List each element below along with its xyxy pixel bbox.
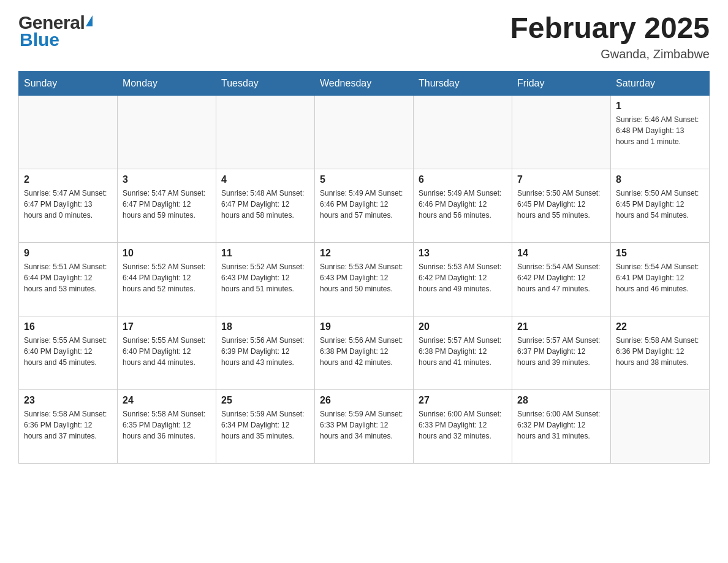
calendar-cell: 25Sunrise: 5:59 AM Sunset: 6:34 PM Dayli… — [216, 389, 315, 463]
day-number: 27 — [419, 395, 507, 406]
calendar-week-row: 23Sunrise: 5:58 AM Sunset: 6:36 PM Dayli… — [19, 389, 710, 463]
day-info: Sunrise: 5:56 AM Sunset: 6:38 PM Dayligh… — [320, 335, 408, 368]
calendar-cell: 1Sunrise: 5:46 AM Sunset: 6:48 PM Daylig… — [611, 95, 710, 169]
day-number: 25 — [221, 395, 309, 406]
day-number: 16 — [24, 321, 112, 332]
calendar-week-row: 9Sunrise: 5:51 AM Sunset: 6:44 PM Daylig… — [19, 242, 710, 316]
calendar-cell: 24Sunrise: 5:58 AM Sunset: 6:35 PM Dayli… — [118, 389, 216, 463]
calendar-cell: 3Sunrise: 5:47 AM Sunset: 6:47 PM Daylig… — [118, 169, 216, 242]
day-info: Sunrise: 5:58 AM Sunset: 6:36 PM Dayligh… — [616, 335, 704, 368]
calendar-cell: 9Sunrise: 5:51 AM Sunset: 6:44 PM Daylig… — [19, 242, 118, 316]
calendar-cell: 22Sunrise: 5:58 AM Sunset: 6:36 PM Dayli… — [611, 316, 710, 389]
day-info: Sunrise: 5:46 AM Sunset: 6:48 PM Dayligh… — [616, 114, 704, 147]
calendar-cell: 2Sunrise: 5:47 AM Sunset: 6:47 PM Daylig… — [19, 169, 118, 242]
day-info: Sunrise: 5:51 AM Sunset: 6:44 PM Dayligh… — [24, 261, 112, 294]
calendar-cell: 21Sunrise: 5:57 AM Sunset: 6:37 PM Dayli… — [512, 316, 611, 389]
calendar-cell: 26Sunrise: 5:59 AM Sunset: 6:33 PM Dayli… — [315, 389, 414, 463]
calendar-cell: 7Sunrise: 5:50 AM Sunset: 6:45 PM Daylig… — [512, 169, 611, 242]
day-number: 11 — [221, 248, 309, 259]
calendar-cell: 16Sunrise: 5:55 AM Sunset: 6:40 PM Dayli… — [19, 316, 118, 389]
day-info: Sunrise: 5:49 AM Sunset: 6:46 PM Dayligh… — [320, 188, 408, 221]
day-info: Sunrise: 5:53 AM Sunset: 6:42 PM Dayligh… — [419, 261, 507, 294]
day-number: 3 — [123, 174, 211, 185]
calendar-week-row: 2Sunrise: 5:47 AM Sunset: 6:47 PM Daylig… — [19, 169, 710, 242]
day-number: 18 — [221, 321, 309, 332]
day-number: 12 — [320, 248, 408, 259]
day-info: Sunrise: 5:58 AM Sunset: 6:35 PM Dayligh… — [123, 408, 211, 442]
title-section: February 2025 Gwanda, Zimbabwe — [510, 12, 710, 61]
calendar-cell: 15Sunrise: 5:54 AM Sunset: 6:41 PM Dayli… — [611, 242, 710, 316]
calendar-cell — [19, 95, 118, 169]
logo-triangle-icon — [86, 15, 93, 26]
calendar-cell: 19Sunrise: 5:56 AM Sunset: 6:38 PM Dayli… — [315, 316, 414, 389]
day-info: Sunrise: 5:55 AM Sunset: 6:40 PM Dayligh… — [123, 335, 211, 368]
day-number: 1 — [616, 101, 704, 112]
day-info: Sunrise: 5:59 AM Sunset: 6:34 PM Dayligh… — [221, 408, 309, 442]
logo-blue-text: Blue — [18, 29, 59, 50]
day-number: 19 — [320, 321, 408, 332]
day-info: Sunrise: 5:52 AM Sunset: 6:44 PM Dayligh… — [123, 261, 211, 294]
calendar-cell: 5Sunrise: 5:49 AM Sunset: 6:46 PM Daylig… — [315, 169, 414, 242]
day-number: 28 — [517, 395, 605, 406]
day-info: Sunrise: 5:53 AM Sunset: 6:43 PM Dayligh… — [320, 261, 408, 294]
location: Gwanda, Zimbabwe — [510, 47, 710, 61]
day-number: 21 — [517, 321, 605, 332]
calendar-cell: 28Sunrise: 6:00 AM Sunset: 6:32 PM Dayli… — [512, 389, 611, 463]
day-number: 17 — [123, 321, 211, 332]
day-info: Sunrise: 5:59 AM Sunset: 6:33 PM Dayligh… — [320, 408, 408, 442]
calendar-cell: 20Sunrise: 5:57 AM Sunset: 6:38 PM Dayli… — [414, 316, 512, 389]
day-number: 15 — [616, 248, 704, 259]
day-number: 13 — [419, 248, 507, 259]
day-number: 7 — [517, 174, 605, 185]
day-info: Sunrise: 5:58 AM Sunset: 6:36 PM Dayligh… — [24, 408, 112, 442]
day-info: Sunrise: 5:57 AM Sunset: 6:37 PM Dayligh… — [517, 335, 605, 368]
calendar-cell — [414, 95, 512, 169]
header-tuesday: Tuesday — [216, 71, 315, 95]
calendar-cell: 11Sunrise: 5:52 AM Sunset: 6:43 PM Dayli… — [216, 242, 315, 316]
day-number: 10 — [123, 248, 211, 259]
calendar-cell: 6Sunrise: 5:49 AM Sunset: 6:46 PM Daylig… — [414, 169, 512, 242]
calendar-header-row: Sunday Monday Tuesday Wednesday Thursday… — [19, 71, 710, 95]
day-number: 14 — [517, 248, 605, 259]
day-number: 26 — [320, 395, 408, 406]
header-thursday: Thursday — [414, 71, 512, 95]
day-number: 5 — [320, 174, 408, 185]
month-title: February 2025 — [510, 12, 710, 45]
calendar-cell — [118, 95, 216, 169]
calendar-cell: 18Sunrise: 5:56 AM Sunset: 6:39 PM Dayli… — [216, 316, 315, 389]
day-number: 24 — [123, 395, 211, 406]
calendar-table: Sunday Monday Tuesday Wednesday Thursday… — [18, 71, 710, 464]
header: General Blue February 2025 Gwanda, Zimba… — [18, 12, 710, 61]
calendar-cell: 13Sunrise: 5:53 AM Sunset: 6:42 PM Dayli… — [414, 242, 512, 316]
header-friday: Friday — [512, 71, 611, 95]
day-number: 22 — [616, 321, 704, 332]
calendar-cell — [512, 95, 611, 169]
calendar-cell: 23Sunrise: 5:58 AM Sunset: 6:36 PM Dayli… — [19, 389, 118, 463]
calendar-cell: 14Sunrise: 5:54 AM Sunset: 6:42 PM Dayli… — [512, 242, 611, 316]
day-info: Sunrise: 6:00 AM Sunset: 6:33 PM Dayligh… — [419, 408, 507, 442]
header-wednesday: Wednesday — [315, 71, 414, 95]
calendar-cell: 8Sunrise: 5:50 AM Sunset: 6:45 PM Daylig… — [611, 169, 710, 242]
day-number: 4 — [221, 174, 309, 185]
day-info: Sunrise: 5:49 AM Sunset: 6:46 PM Dayligh… — [419, 188, 507, 221]
day-info: Sunrise: 5:54 AM Sunset: 6:42 PM Dayligh… — [517, 261, 605, 294]
day-info: Sunrise: 5:55 AM Sunset: 6:40 PM Dayligh… — [24, 335, 112, 368]
header-saturday: Saturday — [611, 71, 710, 95]
day-info: Sunrise: 5:57 AM Sunset: 6:38 PM Dayligh… — [419, 335, 507, 368]
day-info: Sunrise: 5:54 AM Sunset: 6:41 PM Dayligh… — [616, 261, 704, 294]
day-number: 2 — [24, 174, 112, 185]
day-info: Sunrise: 5:52 AM Sunset: 6:43 PM Dayligh… — [221, 261, 309, 294]
calendar-week-row: 16Sunrise: 5:55 AM Sunset: 6:40 PM Dayli… — [19, 316, 710, 389]
calendar-cell: 10Sunrise: 5:52 AM Sunset: 6:44 PM Dayli… — [118, 242, 216, 316]
calendar-cell: 4Sunrise: 5:48 AM Sunset: 6:47 PM Daylig… — [216, 169, 315, 242]
day-info: Sunrise: 5:48 AM Sunset: 6:47 PM Dayligh… — [221, 188, 309, 221]
calendar-week-row: 1Sunrise: 5:46 AM Sunset: 6:48 PM Daylig… — [19, 95, 710, 169]
day-number: 6 — [419, 174, 507, 185]
day-number: 8 — [616, 174, 704, 185]
calendar-cell: 12Sunrise: 5:53 AM Sunset: 6:43 PM Dayli… — [315, 242, 414, 316]
day-info: Sunrise: 6:00 AM Sunset: 6:32 PM Dayligh… — [517, 408, 605, 442]
day-info: Sunrise: 5:50 AM Sunset: 6:45 PM Dayligh… — [517, 188, 605, 221]
calendar-cell: 27Sunrise: 6:00 AM Sunset: 6:33 PM Dayli… — [414, 389, 512, 463]
header-monday: Monday — [118, 71, 216, 95]
day-number: 20 — [419, 321, 507, 332]
